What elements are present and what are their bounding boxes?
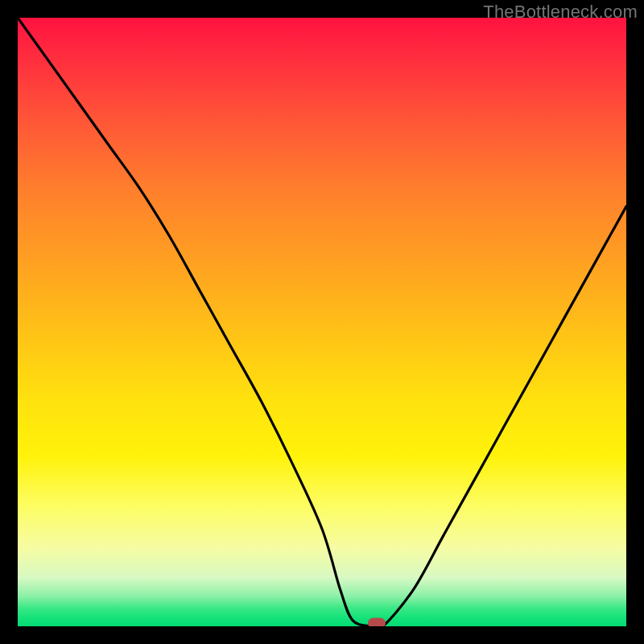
watermark-text: TheBottleneck.com — [483, 2, 638, 23]
bottleneck-curve-path — [18, 18, 626, 626]
plot-area — [18, 18, 626, 626]
curve-svg — [18, 18, 626, 626]
optimum-marker — [368, 618, 386, 626]
chart-frame: TheBottleneck.com — [0, 0, 644, 644]
